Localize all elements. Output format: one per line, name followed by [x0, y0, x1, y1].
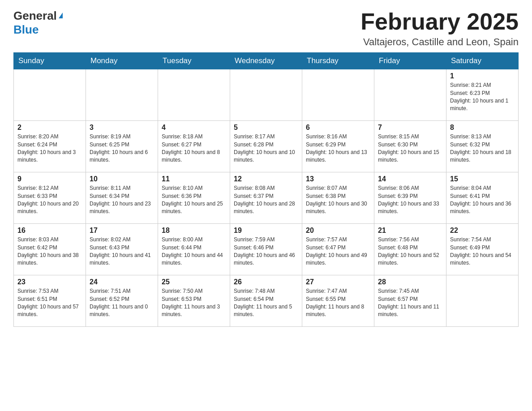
- calendar-cell: 21Sunrise: 7:56 AM Sunset: 6:48 PM Dayli…: [374, 224, 446, 275]
- day-number: 25: [162, 278, 226, 286]
- day-header-saturday: Saturday: [446, 53, 519, 69]
- day-number: 14: [378, 175, 442, 183]
- calendar-cell: 12Sunrise: 8:08 AM Sunset: 6:37 PM Dayli…: [230, 172, 302, 224]
- day-number: 2: [17, 124, 82, 132]
- week-row-5: 23Sunrise: 7:53 AM Sunset: 6:51 PM Dayli…: [14, 275, 519, 327]
- calendar-cell: [446, 275, 519, 327]
- calendar-cell: 8Sunrise: 8:13 AM Sunset: 6:32 PM Daylig…: [446, 121, 519, 172]
- calendar-cell: [374, 69, 446, 121]
- calendar-cell: 24Sunrise: 7:51 AM Sunset: 6:52 PM Dayli…: [86, 275, 158, 327]
- calendar-cell: 9Sunrise: 8:12 AM Sunset: 6:33 PM Daylig…: [14, 172, 86, 224]
- week-row-1: 1Sunrise: 8:21 AM Sunset: 6:23 PM Daylig…: [14, 69, 519, 121]
- day-info: Sunrise: 8:13 AM Sunset: 6:32 PM Dayligh…: [450, 133, 515, 164]
- day-info: Sunrise: 8:20 AM Sunset: 6:24 PM Dayligh…: [17, 133, 82, 164]
- day-info: Sunrise: 8:04 AM Sunset: 6:41 PM Dayligh…: [450, 184, 515, 216]
- calendar-cell: 7Sunrise: 8:15 AM Sunset: 6:30 PM Daylig…: [374, 121, 446, 172]
- day-info: Sunrise: 7:53 AM Sunset: 6:51 PM Dayligh…: [17, 287, 82, 319]
- day-header-tuesday: Tuesday: [158, 53, 230, 69]
- day-header-wednesday: Wednesday: [230, 53, 302, 69]
- day-number: 16: [17, 227, 82, 235]
- day-info: Sunrise: 7:48 AM Sunset: 6:54 PM Dayligh…: [234, 287, 298, 319]
- day-number: 1: [450, 72, 515, 80]
- calendar-cell: 23Sunrise: 7:53 AM Sunset: 6:51 PM Dayli…: [14, 275, 86, 327]
- day-info: Sunrise: 8:21 AM Sunset: 6:23 PM Dayligh…: [450, 81, 515, 113]
- day-info: Sunrise: 8:19 AM Sunset: 6:25 PM Dayligh…: [90, 133, 154, 164]
- calendar-cell: 18Sunrise: 8:00 AM Sunset: 6:44 PM Dayli…: [158, 224, 230, 275]
- day-number: 7: [378, 124, 442, 132]
- calendar-cell: 14Sunrise: 8:06 AM Sunset: 6:39 PM Dayli…: [374, 172, 446, 224]
- day-number: 3: [90, 124, 154, 132]
- calendar-header-row: SundayMondayTuesdayWednesdayThursdayFrid…: [14, 53, 519, 69]
- day-number: 11: [162, 175, 226, 183]
- calendar-cell: [86, 69, 158, 121]
- day-info: Sunrise: 8:18 AM Sunset: 6:27 PM Dayligh…: [162, 133, 226, 164]
- calendar-cell: 19Sunrise: 7:59 AM Sunset: 6:46 PM Dayli…: [230, 224, 302, 275]
- day-info: Sunrise: 7:57 AM Sunset: 6:47 PM Dayligh…: [306, 236, 370, 267]
- calendar-cell: 10Sunrise: 8:11 AM Sunset: 6:34 PM Dayli…: [86, 172, 158, 224]
- calendar-cell: 25Sunrise: 7:50 AM Sunset: 6:53 PM Dayli…: [158, 275, 230, 327]
- calendar-cell: 1Sunrise: 8:21 AM Sunset: 6:23 PM Daylig…: [446, 69, 519, 121]
- day-header-monday: Monday: [86, 53, 158, 69]
- day-number: 9: [17, 175, 82, 183]
- day-number: 23: [17, 278, 82, 286]
- calendar-cell: 27Sunrise: 7:47 AM Sunset: 6:55 PM Dayli…: [302, 275, 374, 327]
- calendar-cell: 20Sunrise: 7:57 AM Sunset: 6:47 PM Dayli…: [302, 224, 374, 275]
- day-header-thursday: Thursday: [302, 53, 374, 69]
- day-number: 19: [234, 227, 298, 235]
- day-info: Sunrise: 8:10 AM Sunset: 6:36 PM Dayligh…: [162, 184, 226, 216]
- calendar-cell: 3Sunrise: 8:19 AM Sunset: 6:25 PM Daylig…: [86, 121, 158, 172]
- calendar-cell: 6Sunrise: 8:16 AM Sunset: 6:29 PM Daylig…: [302, 121, 374, 172]
- day-number: 20: [306, 227, 370, 235]
- calendar-cell: 15Sunrise: 8:04 AM Sunset: 6:41 PM Dayli…: [446, 172, 519, 224]
- calendar-cell: [14, 69, 86, 121]
- day-info: Sunrise: 7:59 AM Sunset: 6:46 PM Dayligh…: [234, 236, 298, 267]
- day-info: Sunrise: 8:15 AM Sunset: 6:30 PM Dayligh…: [378, 133, 442, 164]
- page-header: General Blue February 2025 Valtajeros, C…: [13, 9, 519, 48]
- day-info: Sunrise: 8:11 AM Sunset: 6:34 PM Dayligh…: [90, 184, 154, 216]
- calendar-cell: [302, 69, 374, 121]
- calendar-cell: 4Sunrise: 8:18 AM Sunset: 6:27 PM Daylig…: [158, 121, 230, 172]
- calendar-cell: 28Sunrise: 7:45 AM Sunset: 6:57 PM Dayli…: [374, 275, 446, 327]
- day-number: 5: [234, 124, 298, 132]
- calendar-cell: [158, 69, 230, 121]
- day-number: 4: [162, 124, 226, 132]
- day-number: 6: [306, 124, 370, 132]
- logo-blue-text: Blue: [13, 23, 39, 37]
- day-info: Sunrise: 7:45 AM Sunset: 6:57 PM Dayligh…: [378, 287, 442, 319]
- day-number: 8: [450, 124, 515, 132]
- day-info: Sunrise: 8:02 AM Sunset: 6:43 PM Dayligh…: [90, 236, 154, 267]
- calendar-cell: 17Sunrise: 8:02 AM Sunset: 6:43 PM Dayli…: [86, 224, 158, 275]
- day-number: 18: [162, 227, 226, 235]
- day-info: Sunrise: 7:47 AM Sunset: 6:55 PM Dayligh…: [306, 287, 370, 319]
- day-info: Sunrise: 8:06 AM Sunset: 6:39 PM Dayligh…: [378, 184, 442, 216]
- day-number: 10: [90, 175, 154, 183]
- day-number: 15: [450, 175, 515, 183]
- day-number: 22: [450, 227, 515, 235]
- day-info: Sunrise: 7:51 AM Sunset: 6:52 PM Dayligh…: [90, 287, 154, 319]
- week-row-2: 2Sunrise: 8:20 AM Sunset: 6:24 PM Daylig…: [14, 121, 519, 172]
- day-info: Sunrise: 7:56 AM Sunset: 6:48 PM Dayligh…: [378, 236, 442, 267]
- logo-triangle-icon: [59, 13, 63, 18]
- calendar-cell: 13Sunrise: 8:07 AM Sunset: 6:38 PM Dayli…: [302, 172, 374, 224]
- day-number: 24: [90, 278, 154, 286]
- calendar-cell: 2Sunrise: 8:20 AM Sunset: 6:24 PM Daylig…: [14, 121, 86, 172]
- day-number: 26: [234, 278, 298, 286]
- day-info: Sunrise: 8:07 AM Sunset: 6:38 PM Dayligh…: [306, 184, 370, 216]
- day-header-sunday: Sunday: [14, 53, 86, 69]
- calendar-cell: 22Sunrise: 7:54 AM Sunset: 6:49 PM Dayli…: [446, 224, 519, 275]
- logo: General Blue: [13, 9, 63, 37]
- day-number: 28: [378, 278, 442, 286]
- title-block: February 2025 Valtajeros, Castille and L…: [360, 9, 519, 48]
- calendar-cell: [230, 69, 302, 121]
- day-info: Sunrise: 8:00 AM Sunset: 6:44 PM Dayligh…: [162, 236, 226, 267]
- day-info: Sunrise: 8:08 AM Sunset: 6:37 PM Dayligh…: [234, 184, 298, 216]
- week-row-4: 16Sunrise: 8:03 AM Sunset: 6:42 PM Dayli…: [14, 224, 519, 275]
- week-row-3: 9Sunrise: 8:12 AM Sunset: 6:33 PM Daylig…: [14, 172, 519, 224]
- day-info: Sunrise: 7:54 AM Sunset: 6:49 PM Dayligh…: [450, 236, 515, 267]
- calendar-table: SundayMondayTuesdayWednesdayThursdayFrid…: [13, 52, 519, 327]
- location-subtitle: Valtajeros, Castille and Leon, Spain: [360, 36, 519, 48]
- day-number: 27: [306, 278, 370, 286]
- day-info: Sunrise: 7:50 AM Sunset: 6:53 PM Dayligh…: [162, 287, 226, 319]
- day-info: Sunrise: 8:03 AM Sunset: 6:42 PM Dayligh…: [17, 236, 82, 267]
- day-number: 17: [90, 227, 154, 235]
